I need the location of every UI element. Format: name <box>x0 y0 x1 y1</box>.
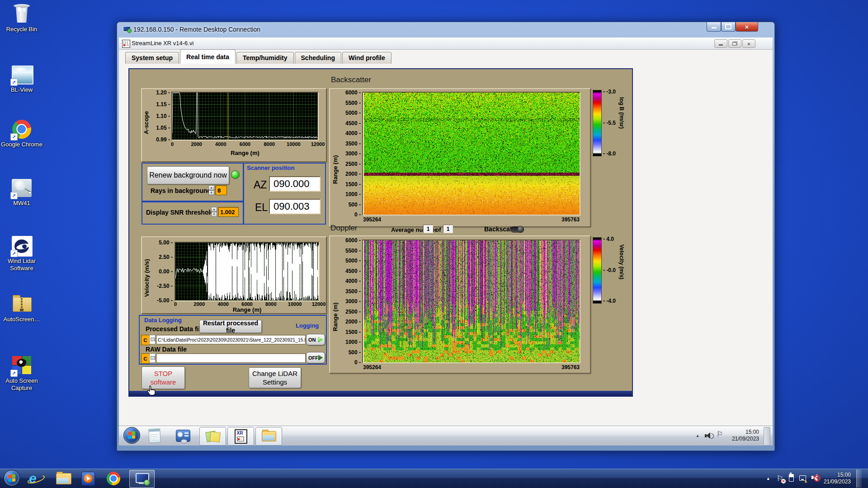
show-hidden-icons[interactable]: ▲ <box>766 476 770 481</box>
backscatter-graph: 6000550050004500400035003000250020001500… <box>329 88 591 227</box>
volume-muted-icon[interactable] <box>811 474 817 483</box>
tick-label: -4.0 <box>603 298 616 304</box>
tab-system-setup[interactable]: System setup <box>125 52 179 64</box>
change-lidar-settings-button[interactable]: Change LiDAR Settings <box>249 367 301 388</box>
tick-label: 500 <box>349 350 361 355</box>
tick-label: 3000 <box>345 299 361 304</box>
tab-real-time-data[interactable]: Real time data <box>180 49 236 64</box>
tick-label: -5.00 <box>157 298 173 303</box>
tab-temp-humidity[interactable]: Temp/humidity <box>236 52 294 64</box>
tab-wind-profile[interactable]: Wind profile <box>342 52 392 64</box>
media-player-icon[interactable] <box>81 471 95 486</box>
desktop-icon-mw41[interactable]: ➚ MW41 <box>0 178 43 207</box>
start-button[interactable] <box>4 471 20 485</box>
background-control-box: Renew background now Rays in background … <box>142 163 244 202</box>
raw-drive-selector[interactable]: C <box>141 353 150 364</box>
host-taskbar: e ▲ ⚐✕ ▲ <box>0 469 868 488</box>
raw-logging-toggle[interactable]: OFF <box>306 352 325 363</box>
tick-label: 6000 <box>345 90 361 95</box>
processed-drive-selector[interactable]: C <box>141 335 150 345</box>
explorer-taskbar-button[interactable] <box>255 427 282 446</box>
processed-browse-icon[interactable] <box>149 335 156 344</box>
restart-processed-button[interactable]: Restart processed file <box>199 320 262 333</box>
backscatter-doppler-toggle[interactable] <box>510 226 524 232</box>
internet-explorer-icon[interactable]: e <box>29 471 37 486</box>
app-close-button[interactable]: × <box>742 39 755 48</box>
display-settings-icon[interactable] <box>176 428 190 443</box>
snr-spinner[interactable]: ▲▼ <box>211 207 217 217</box>
remote-flag-icon[interactable]: ⚐ <box>717 430 723 438</box>
desktop-icon-wind-lidar[interactable]: ➚ Wind Lidar Software <box>0 235 43 272</box>
shortcut-arrow-icon: ➚ <box>10 192 18 199</box>
auto-screen-capture-icon: ➚ <box>11 355 32 376</box>
raw-path-field[interactable] <box>156 353 306 363</box>
remote-taskbar: XR ▲ ⚐ 15:00 21/09/2023 <box>119 426 773 446</box>
network-icon[interactable]: ▲ <box>799 474 806 483</box>
rays-value-field[interactable]: 8 <box>215 185 227 195</box>
remote-desktop-taskbar-button[interactable] <box>129 470 155 488</box>
host-clock[interactable]: 15:00 21/09/2023 <box>824 472 851 485</box>
tick-label: 3500 <box>345 141 361 146</box>
remote-clock[interactable]: 15:00 21/09/2023 <box>726 429 759 442</box>
doppler-title: Doppler <box>330 224 358 233</box>
desktop-icon-recycle-bin[interactable]: Recycle Bin <box>0 4 43 33</box>
rdp-titlebar[interactable]: 192.168.0.150 - Remote Desktop Connectio… <box>117 22 774 38</box>
tick-label: 1.05 <box>156 125 170 131</box>
app-minimize-button[interactable] <box>714 39 727 48</box>
remote-start-button[interactable] <box>123 428 140 442</box>
tick-label: 500 <box>349 202 361 207</box>
tab-scheduling[interactable]: Scheduling <box>295 52 341 64</box>
renew-background-button[interactable]: Renew background now <box>147 166 229 184</box>
rdp-window-icon <box>123 26 131 33</box>
chrome-taskbar-icon[interactable] <box>107 471 120 486</box>
doppler-ylabel: Range (m) <box>332 282 339 331</box>
rays-spinner[interactable]: ▲▼ <box>208 185 214 195</box>
desktop-icon-autoscreen-zip[interactable]: AutoScreen… <box>0 294 43 323</box>
average-number-field[interactable]: 1 <box>423 225 433 233</box>
app-restore-button[interactable] <box>728 39 741 48</box>
tick-label: 1000 <box>345 339 361 345</box>
tick-label: 5000 <box>345 110 361 116</box>
doppler-x-end: 395763 <box>534 364 580 371</box>
remote-time: 15:00 <box>726 429 759 436</box>
power-icon[interactable] <box>789 474 794 483</box>
az-value-field[interactable]: 090.000 <box>269 176 321 192</box>
processed-logging-toggle[interactable]: ON <box>306 334 325 345</box>
app-titlebar[interactable]: StreamLine XR v14-6.vi × <box>119 38 773 50</box>
tick-label: 0.00 <box>159 269 173 274</box>
desktop-icon-label: AutoScreen… <box>0 316 43 323</box>
shortcut-arrow-icon: ➚ <box>10 79 18 86</box>
sticky-notes-taskbar-button[interactable] <box>199 427 226 446</box>
remote-show-hidden-icons[interactable]: ▲ <box>696 434 699 438</box>
app-title: StreamLine XR v14-6.vi <box>132 40 193 47</box>
average-total-field[interactable]: 1 <box>443 225 453 233</box>
action-center-flag-icon[interactable]: ⚐✕ <box>777 474 783 483</box>
scanner-position-title: Scanner position <box>247 164 294 171</box>
tick-label: 8000 <box>264 141 274 147</box>
doppler-graph: 6000550050004500400035003000250020001500… <box>329 235 591 374</box>
scanner-position-box: Scanner position AZ 090.000 EL 090.003 <box>243 163 326 225</box>
desktop-icon-bl-view[interactable]: ➚ BL-View <box>0 64 43 94</box>
close-button[interactable]: × <box>736 22 758 32</box>
tick-label: -5.5 <box>603 120 616 126</box>
maximize-button[interactable] <box>721 22 736 32</box>
raw-browse-icon[interactable] <box>149 353 156 363</box>
show-desktop-button[interactable] <box>856 469 862 488</box>
windows-explorer-icon[interactable] <box>56 471 71 486</box>
doppler-x-start: 395264 <box>363 364 381 371</box>
remote-show-desktop[interactable] <box>764 427 770 446</box>
processed-path-field[interactable]: C:\Lidar\Data\Proc\2023\202309\20230921\… <box>156 335 306 344</box>
streamline-xr-taskbar-button[interactable]: XR <box>227 427 254 446</box>
minimize-button[interactable] <box>707 22 721 32</box>
desktop-icon-google-chrome[interactable]: ➚ Google Chrome <box>0 119 43 148</box>
desktop-icon-label: Wind Lidar Software <box>0 258 43 272</box>
rays-label: Rays in background <box>151 187 211 194</box>
tick-label: 1500 <box>345 182 361 187</box>
doppler-colorbar-label: Velocity (m/s) <box>618 244 625 299</box>
notepad-icon[interactable] <box>149 428 160 443</box>
tick-label: 10000 <box>287 141 301 147</box>
el-value-field[interactable]: 090.003 <box>269 199 321 214</box>
snr-control-box: Display SNR threshold ▲▼ 1.002 <box>142 201 244 225</box>
desktop-icon-auto-screen-capture[interactable]: ➚ Auto Screen Capture <box>0 355 43 392</box>
snr-value-field[interactable]: 1.002 <box>218 207 239 217</box>
